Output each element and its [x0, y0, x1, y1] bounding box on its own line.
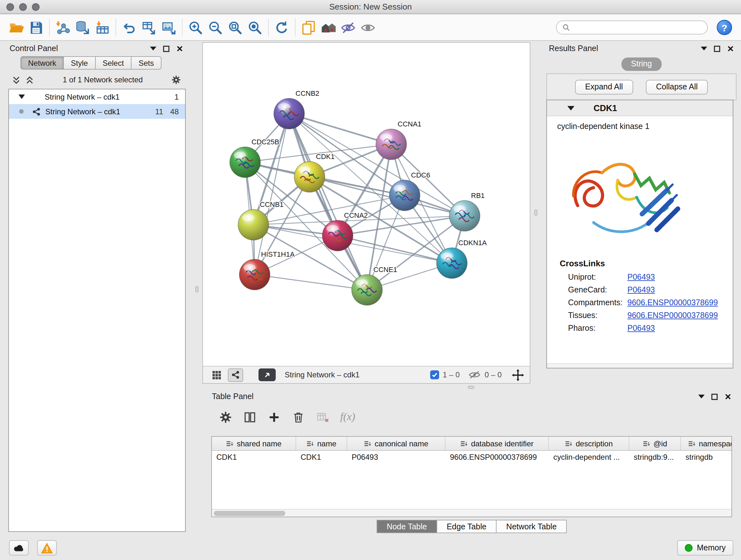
network-row-selected[interactable]: String Network – cdk1 11 48	[9, 104, 185, 119]
search-input[interactable]	[573, 23, 701, 31]
right-splitter-handle[interactable]	[534, 209, 537, 216]
column-header-shared-name[interactable]: shared name	[212, 437, 296, 450]
memory-button[interactable]: Memory	[677, 540, 733, 556]
tab-network[interactable]: Network	[20, 56, 64, 70]
zoom-selected-button[interactable]	[245, 17, 265, 38]
network-view-button[interactable]	[228, 368, 243, 381]
collapse-all-icon[interactable]	[11, 75, 21, 84]
column-header-database-identifier[interactable]: database identifier	[446, 437, 549, 450]
tab-sets[interactable]: Sets	[131, 56, 161, 70]
network-node-HIST1H1A[interactable]: HIST1H1A	[239, 250, 294, 290]
function-builder-button[interactable]: f(x)	[340, 411, 355, 423]
cloud-button[interactable]	[9, 540, 29, 556]
help-button[interactable]: ?	[717, 20, 732, 35]
apply-layout-button[interactable]	[272, 17, 292, 38]
crosslink-link[interactable]: P06493	[627, 324, 655, 333]
column-header-id[interactable]: @id	[629, 437, 681, 450]
network-node-CDKN1A[interactable]: CDKN1A	[436, 239, 487, 278]
warnings-button[interactable]	[37, 540, 57, 556]
tab-select[interactable]: Select	[95, 56, 131, 70]
network-from-table-button[interactable]	[139, 17, 159, 38]
table-cell-shared-name[interactable]: CDK1	[212, 451, 296, 463]
table-cell-namespac[interactable]: stringdb	[681, 451, 732, 463]
column-header-namespac[interactable]: namespac	[681, 437, 732, 450]
add-column-icon[interactable]	[267, 410, 281, 424]
panel-menu-icon[interactable]	[150, 47, 156, 51]
bottom-splitter-handle[interactable]	[468, 386, 474, 389]
panel-float-icon[interactable]	[163, 45, 170, 52]
column-header-name[interactable]: name	[296, 437, 347, 450]
network-node-CDC6[interactable]: CDC6	[389, 171, 430, 211]
zoom-fit-button[interactable]	[225, 17, 245, 38]
network-node-CCNB2[interactable]: CCNB2	[274, 89, 320, 129]
move-crosshair-icon[interactable]	[512, 369, 524, 381]
crosslink-link[interactable]: 9606.ENSP00000378699	[627, 298, 718, 307]
copy-document-button[interactable]	[299, 17, 319, 38]
network-collection-row[interactable]: String Network – cdk1 1	[9, 89, 185, 104]
gear-icon[interactable]	[171, 75, 181, 85]
table-horizontal-scrollbar[interactable]	[212, 509, 731, 516]
results-scrollbar[interactable]	[547, 363, 733, 368]
tab-string[interactable]: String	[621, 57, 661, 71]
column-header-canonical-name[interactable]: canonical name	[347, 437, 446, 450]
column-header-description[interactable]: description	[549, 437, 629, 450]
tab-edge-table[interactable]: Edge Table	[437, 520, 497, 533]
panel-float-icon[interactable]	[714, 45, 721, 52]
network-edge[interactable]	[289, 114, 367, 290]
import-network-from-file-button[interactable]	[53, 17, 73, 38]
network-edge[interactable]	[289, 114, 391, 144]
network-node-CDK1[interactable]: CDK1	[294, 152, 335, 192]
show-columns-icon[interactable]	[243, 410, 257, 424]
expand-all-icon[interactable]	[25, 75, 35, 84]
table-cell-database-identifier[interactable]: 9606.ENSP00000378699	[446, 451, 549, 463]
tab-node-table[interactable]: Node Table	[377, 520, 437, 533]
tab-style[interactable]: Style	[64, 56, 95, 70]
panel-float-icon[interactable]	[711, 393, 718, 400]
table-settings-gear-icon[interactable]	[219, 410, 232, 424]
tree-expand-icon[interactable]	[18, 95, 25, 99]
hide-style-button[interactable]	[338, 17, 358, 38]
table-row[interactable]: CDK1CDK1P064939606.ENSP00000378699cyclin…	[212, 451, 731, 463]
search-field[interactable]	[556, 20, 708, 35]
show-style-button[interactable]	[358, 17, 378, 38]
import-network-icon	[55, 19, 71, 36]
selected-checkbox[interactable]	[430, 370, 439, 379]
network-canvas[interactable]: CCNB2CCNA1CDC25BCDK1CDC6RB1CCNB1CCNA2CDK…	[203, 43, 530, 366]
network-edge[interactable]	[255, 274, 367, 290]
table-cell-canonical-name[interactable]: P06493	[347, 451, 446, 463]
crosslink-link[interactable]: 9606.ENSP00000378699	[627, 311, 718, 320]
detach-view-button[interactable]	[259, 368, 276, 381]
network-node-CCNA1[interactable]: CCNA1	[376, 120, 421, 160]
panel-close-icon[interactable]: ✕	[724, 392, 731, 401]
tab-network-table[interactable]: Network Table	[496, 520, 567, 533]
panel-close-icon[interactable]: ✕	[176, 44, 183, 53]
export-image-button[interactable]	[159, 17, 179, 38]
grid-view-button[interactable]	[209, 368, 224, 381]
panel-menu-icon[interactable]	[698, 395, 704, 398]
network-node-CDC25B[interactable]: CDC25B	[230, 138, 279, 178]
crosslink-link[interactable]: P06493	[627, 286, 655, 294]
collapse-all-button[interactable]: Collapse All	[646, 79, 708, 94]
network-edge[interactable]	[338, 236, 452, 263]
new-network-from-selection-button[interactable]	[119, 17, 139, 38]
protein-header[interactable]: CDK1	[547, 100, 733, 116]
network-node-RB1[interactable]: RB1	[449, 192, 485, 231]
home-button[interactable]	[319, 17, 338, 38]
table-cell-description[interactable]: cyclin-dependent ...	[549, 451, 629, 463]
delete-column-icon[interactable]	[292, 410, 305, 424]
scrollbar-thumb[interactable]	[214, 511, 285, 516]
zoom-out-button[interactable]	[205, 17, 225, 38]
open-session-button[interactable]	[6, 17, 26, 38]
panel-close-icon[interactable]: ✕	[727, 44, 734, 53]
save-session-button[interactable]	[26, 17, 46, 38]
crosslink-link[interactable]: P06493	[627, 273, 655, 282]
zoom-in-button[interactable]	[186, 17, 205, 38]
panel-menu-icon[interactable]	[701, 47, 707, 51]
table-cell-name[interactable]: CDK1	[296, 451, 347, 463]
collapse-section-icon[interactable]	[567, 106, 575, 111]
table-cell-id[interactable]: stringdb:9...	[629, 451, 681, 463]
import-network-from-database-button[interactable]	[73, 17, 92, 38]
import-table-button[interactable]	[92, 17, 112, 38]
left-splitter-handle[interactable]	[195, 286, 199, 293]
expand-all-button[interactable]: Expand All	[575, 79, 633, 94]
